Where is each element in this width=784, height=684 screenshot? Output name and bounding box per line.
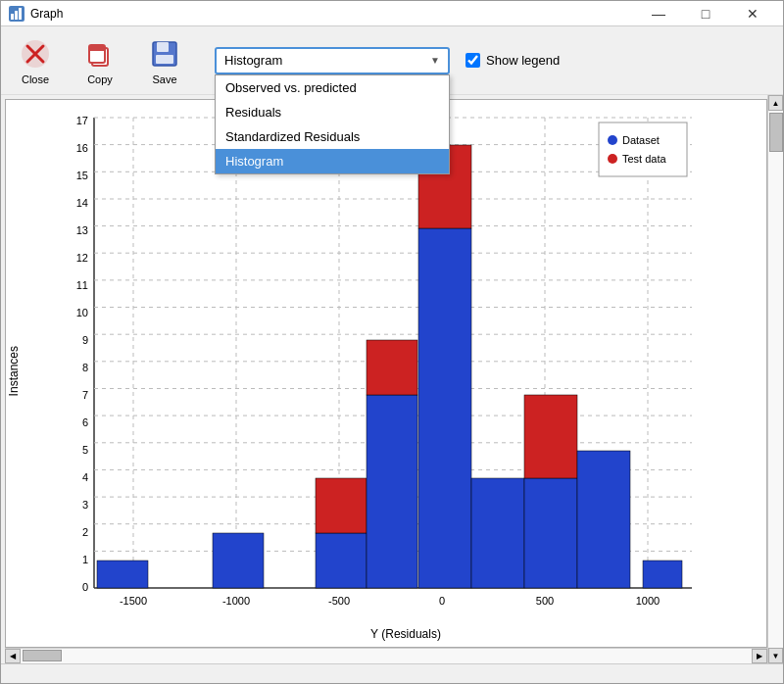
x-axis-label: Y (Residuals)	[6, 627, 766, 641]
title-bar: Graph — □ ✕	[1, 1, 783, 26]
svg-text:1000: 1000	[636, 595, 660, 607]
scrollbar-bottom: ◀ ▶	[5, 648, 767, 663]
show-legend-area: Show legend	[466, 53, 560, 68]
svg-text:9: 9	[82, 334, 88, 346]
scroll-bottom-thumb[interactable]	[23, 650, 62, 661]
bar-red-6	[524, 395, 577, 478]
svg-text:17: 17	[76, 115, 88, 126]
svg-text:16: 16	[76, 142, 88, 154]
svg-text:10: 10	[76, 307, 88, 318]
chart-container: Instances	[5, 99, 767, 648]
svg-text:-1500: -1500	[120, 595, 147, 607]
bar-blue-4	[418, 228, 471, 588]
copy-tool-button[interactable]: Copy	[75, 36, 124, 85]
bar-red-3	[367, 340, 417, 395]
scroll-right-button[interactable]: ▶	[752, 649, 767, 663]
svg-text:1: 1	[82, 554, 88, 565]
scroll-up-button[interactable]: ▲	[768, 95, 783, 111]
save-label: Save	[152, 73, 176, 85]
svg-text:-1000: -1000	[222, 595, 250, 607]
svg-text:7: 7	[82, 389, 88, 401]
main-content: Instances	[1, 95, 783, 663]
svg-rect-11	[156, 55, 173, 64]
main-window: Graph — □ ✕ Close	[0, 0, 784, 684]
save-icon	[147, 36, 182, 72]
close-tool-button[interactable]: Close	[11, 36, 60, 85]
status-bar	[1, 663, 783, 683]
maximize-button[interactable]: □	[683, 1, 728, 26]
svg-text:3: 3	[82, 499, 88, 511]
bar-blue-7	[577, 451, 630, 588]
copy-label: Copy	[87, 73, 113, 85]
dropdown-current-value: Histogram	[224, 53, 282, 68]
chevron-down-icon: ▼	[430, 55, 440, 66]
svg-rect-2	[19, 8, 22, 20]
chart-type-dropdown[interactable]: Histogram ▼ Observed vs. predicted Resid…	[215, 47, 450, 74]
dropdown-option-2[interactable]: Standardized Residuals	[216, 124, 449, 149]
close-label: Close	[22, 73, 49, 85]
graph-icon	[9, 6, 24, 22]
svg-text:6: 6	[82, 416, 88, 428]
scroll-right-track[interactable]	[768, 111, 783, 648]
svg-text:5: 5	[82, 444, 88, 456]
bar-red-2	[316, 478, 367, 533]
svg-text:Dataset: Dataset	[622, 134, 660, 146]
minimize-button[interactable]: —	[636, 1, 681, 26]
window-title: Graph	[30, 7, 63, 21]
bar-blue-1	[213, 533, 264, 588]
svg-text:15: 15	[76, 170, 88, 181]
svg-text:Test data: Test data	[622, 153, 667, 165]
dropdown-option-1[interactable]: Residuals	[216, 100, 449, 124]
svg-text:0: 0	[439, 595, 445, 607]
scroll-down-button[interactable]: ▼	[768, 648, 783, 663]
svg-rect-8	[89, 45, 105, 51]
dropdown-menu: Observed vs. predicted Residuals Standar…	[215, 74, 450, 174]
toolbar: Close Copy Save	[1, 26, 783, 95]
dropdown-button[interactable]: Histogram ▼	[215, 47, 450, 74]
scroll-left-button[interactable]: ◀	[5, 649, 21, 663]
copy-icon	[82, 36, 118, 72]
scroll-right-thumb[interactable]	[769, 113, 783, 152]
title-bar-left: Graph	[9, 6, 63, 22]
svg-text:12: 12	[76, 252, 88, 264]
svg-text:4: 4	[82, 471, 88, 483]
svg-text:0: 0	[82, 581, 88, 593]
svg-point-62	[608, 135, 617, 145]
svg-text:13: 13	[76, 224, 88, 236]
y-axis-label: Instances	[7, 346, 21, 396]
scrollbar-right: ▲ ▼	[767, 95, 783, 663]
bar-blue-2	[316, 533, 367, 588]
show-legend-checkbox[interactable]	[466, 53, 480, 68]
save-tool-button[interactable]: Save	[140, 36, 189, 85]
close-icon	[18, 36, 53, 72]
svg-text:11: 11	[76, 279, 88, 291]
scroll-bottom-track[interactable]	[21, 649, 752, 663]
svg-text:2: 2	[82, 526, 88, 538]
bar-blue-5	[471, 478, 524, 588]
svg-rect-1	[15, 11, 18, 20]
bar-blue-6	[524, 478, 577, 588]
title-buttons: — □ ✕	[636, 1, 775, 26]
svg-rect-0	[11, 14, 14, 20]
svg-text:14: 14	[76, 197, 88, 209]
dropdown-option-0[interactable]: Observed vs. predicted	[216, 75, 449, 100]
svg-text:8: 8	[82, 362, 88, 373]
svg-text:-500: -500	[328, 595, 350, 607]
show-legend-label: Show legend	[486, 53, 560, 68]
dropdown-option-3[interactable]: Histogram	[216, 149, 449, 173]
svg-rect-10	[157, 42, 169, 52]
chart-svg: 0 1 2 3 4 5 6 7 8 9 10 11 12 13 14 15 16	[45, 108, 760, 648]
svg-rect-61	[599, 122, 687, 176]
svg-text:500: 500	[536, 595, 554, 607]
dropdown-area: Histogram ▼ Observed vs. predicted Resid…	[215, 47, 560, 74]
bar-blue-3	[367, 395, 417, 588]
close-button[interactable]: ✕	[730, 1, 775, 26]
svg-point-64	[608, 154, 617, 164]
bar-blue-8	[643, 561, 682, 588]
bar-blue-0	[97, 561, 148, 588]
